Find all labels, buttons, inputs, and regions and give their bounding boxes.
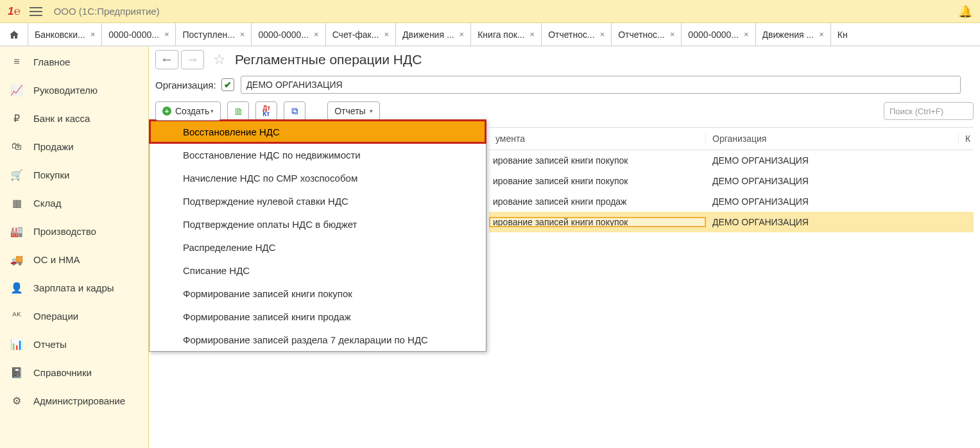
close-icon[interactable]: × bbox=[460, 30, 465, 39]
close-icon[interactable]: × bbox=[164, 30, 169, 39]
sidebar-item-label: Зарплата и кадры bbox=[33, 282, 114, 293]
dropdown-item[interactable]: Формирование записей книги продаж bbox=[150, 305, 486, 328]
tab-item[interactable]: 0000-0000...× bbox=[102, 23, 176, 46]
data-grid: умента Организация К ирование записей кн… bbox=[489, 127, 974, 232]
tab-label: Книга пок... bbox=[477, 30, 524, 40]
close-icon[interactable]: × bbox=[384, 30, 389, 39]
reports-label: Отчеты bbox=[334, 106, 365, 116]
create-button[interactable]: + Создать ▾ bbox=[155, 101, 221, 121]
sidebar-item-manager[interactable]: 📈Руководителю bbox=[0, 76, 148, 104]
sidebar-item-operations[interactable]: ᴬᴷОперации bbox=[0, 302, 148, 330]
sidebar-item-bank[interactable]: ₽Банк и касса bbox=[0, 104, 148, 132]
cell-org: ДЕМО ОРГАНИЗАЦИЯ bbox=[706, 217, 959, 227]
sidebar-item-assets[interactable]: 🚚ОС и НМА bbox=[0, 245, 148, 273]
tab-item[interactable]: Движения ...× bbox=[756, 23, 831, 46]
dropdown-item[interactable]: Формирование записей книги покупок bbox=[150, 282, 486, 305]
sidebar-item-main[interactable]: ≡Главное bbox=[0, 47, 148, 76]
truck-icon: 🚚 bbox=[9, 254, 24, 266]
tab-item-overflow[interactable]: Кн bbox=[831, 23, 854, 46]
tab-item[interactable]: Отчетнос...× bbox=[612, 23, 682, 46]
notifications-icon[interactable]: 🔔 bbox=[958, 4, 972, 19]
sidebar-item-production[interactable]: 🏭Производство bbox=[0, 217, 148, 245]
sidebar-item-label: Операции bbox=[33, 311, 78, 322]
tab-label: 0000-0000... bbox=[688, 30, 739, 40]
close-icon[interactable]: × bbox=[240, 30, 245, 39]
close-icon[interactable]: × bbox=[90, 30, 96, 39]
tab-item[interactable]: Движения ...× bbox=[396, 23, 471, 46]
close-icon[interactable]: × bbox=[600, 30, 605, 39]
filter976: Организация: ✔ bbox=[155, 76, 974, 94]
tab-item[interactable]: Счет-фак...× bbox=[326, 23, 396, 46]
sidebar-item-reports[interactable]: 📊Отчеты bbox=[0, 330, 148, 358]
close-icon[interactable]: × bbox=[819, 30, 824, 39]
page-header: 🡐 🡒 ☆ Регламентные операции НДС bbox=[155, 50, 974, 69]
col-doc[interactable]: умента bbox=[489, 134, 706, 144]
close-icon[interactable]: × bbox=[314, 30, 319, 39]
org-checkbox[interactable]: ✔ bbox=[221, 78, 234, 91]
dropdown-label: Списание НДС bbox=[183, 265, 250, 276]
dropdown-item[interactable]: Подтверждение оплаты НДС в бюджет bbox=[150, 212, 486, 236]
dropdown-item[interactable]: Списание НДС bbox=[150, 259, 486, 282]
dropdown-item[interactable]: Восстановление НДС по недвижимости bbox=[150, 143, 486, 166]
sidebar-item-label: Банк и касса bbox=[33, 113, 90, 124]
table-row[interactable]: ирование записей книги покупок ДЕМО ОРГА… bbox=[489, 212, 974, 232]
sidebar-item-warehouse[interactable]: ▦Склад bbox=[0, 189, 148, 217]
nav-back-button[interactable]: 🡐 bbox=[155, 50, 178, 69]
chart-icon: 📈 bbox=[9, 84, 24, 96]
chevron-down-icon: ▾ bbox=[370, 108, 373, 114]
favorite-icon[interactable]: ☆ bbox=[211, 51, 228, 69]
col-org[interactable]: Организация bbox=[706, 134, 959, 144]
close-icon[interactable]: × bbox=[670, 30, 675, 39]
sidebar: ≡Главное 📈Руководителю ₽Банк и касса 🛍Пр… bbox=[0, 46, 149, 448]
col-k[interactable]: К bbox=[959, 134, 974, 144]
tab-item[interactable]: Отчетнос...× bbox=[542, 23, 612, 46]
dtkt-button[interactable]: ДтКт bbox=[255, 101, 277, 121]
menu-icon[interactable] bbox=[30, 7, 42, 16]
dropdown-item[interactable]: Восстановление НДС bbox=[150, 120, 486, 143]
reports-button[interactable]: Отчеты ▾ bbox=[327, 101, 379, 121]
dropdown-label: Формирование записей книги покупок bbox=[183, 288, 352, 299]
tab-label: Кн bbox=[838, 30, 848, 40]
sidebar-item-label: Покупки bbox=[33, 169, 69, 180]
sidebar-item-purchases[interactable]: 🛒Покупки bbox=[0, 160, 148, 189]
org-input[interactable] bbox=[241, 76, 961, 94]
sidebar-item-label: Склад bbox=[33, 198, 61, 209]
sidebar-item-refs[interactable]: 📓Справочники bbox=[0, 358, 148, 386]
structure-button[interactable]: ⧉ bbox=[284, 101, 305, 121]
tab-item[interactable]: Книга пок...× bbox=[471, 23, 542, 46]
ruble-icon: ₽ bbox=[9, 112, 24, 125]
copy-button[interactable]: 🗎 bbox=[227, 101, 249, 121]
table-row[interactable]: ирование записей книги покупок ДЕМО ОРГА… bbox=[489, 150, 974, 171]
tab-item[interactable]: 0000-0000...× bbox=[682, 23, 755, 46]
home-icon bbox=[9, 30, 19, 40]
tab-home[interactable] bbox=[0, 23, 28, 46]
sidebar-item-admin[interactable]: ⚙Администрирование bbox=[0, 386, 148, 415]
dropdown-label: Восстановление НДС по недвижимости bbox=[183, 150, 361, 160]
sidebar-item-label: Главное bbox=[33, 56, 70, 67]
search-input[interactable]: Поиск (Ctrl+F) bbox=[884, 102, 974, 120]
list-icon: ≡ bbox=[9, 56, 24, 67]
table-row[interactable]: ирование записей книги покупок ДЕМО ОРГА… bbox=[489, 171, 974, 191]
tab-item[interactable]: Поступлен...× bbox=[176, 23, 252, 46]
bag-icon: 🛍 bbox=[9, 141, 24, 152]
sidebar-item-sales[interactable]: 🛍Продажи bbox=[0, 132, 148, 160]
tab-label: 0000-0000... bbox=[258, 30, 309, 40]
main-panel: 🡐 🡒 ☆ Регламентные операции НДС Организа… bbox=[149, 46, 980, 448]
app-header: 1℮ ООО (1С:Предприятие) 🔔 bbox=[0, 0, 980, 23]
tab-label: Движения ... bbox=[402, 30, 454, 40]
dropdown-item[interactable]: Распределение НДС bbox=[150, 236, 486, 259]
tab-label: Банковски... bbox=[35, 30, 85, 40]
dropdown-item[interactable]: Подтверждение нулевой ставки НДС bbox=[150, 189, 486, 212]
tab-item[interactable]: 0000-0000...× bbox=[252, 23, 325, 46]
dropdown-item[interactable]: Формирование записей раздела 7 деклараци… bbox=[150, 328, 486, 351]
dropdown-label: Подтверждение оплаты НДС в бюджет bbox=[183, 219, 357, 230]
dropdown-item[interactable]: Начисление НДС по СМР хозспособом bbox=[150, 166, 486, 189]
tab-item[interactable]: Банковски...× bbox=[28, 23, 102, 46]
table-row[interactable]: ирование записей книги продаж ДЕМО ОРГАН… bbox=[489, 191, 974, 212]
tab-label: Счет-фак... bbox=[332, 30, 379, 40]
close-icon[interactable]: × bbox=[744, 30, 749, 39]
close-icon[interactable]: × bbox=[530, 30, 535, 39]
tab-label: Поступлен... bbox=[182, 30, 234, 40]
nav-forward-button[interactable]: 🡒 bbox=[181, 50, 204, 69]
sidebar-item-hr[interactable]: 👤Зарплата и кадры bbox=[0, 273, 148, 302]
